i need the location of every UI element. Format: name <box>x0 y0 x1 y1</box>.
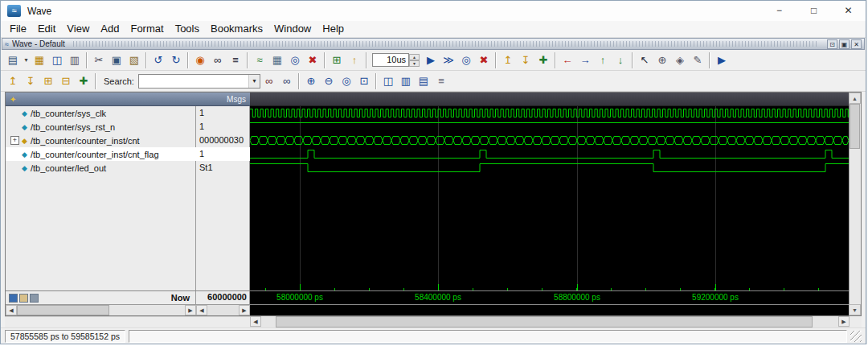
close-pane-icon[interactable]: ✕ <box>851 39 862 49</box>
show-drivers-button[interactable]: ≡ <box>227 51 244 69</box>
minimize-button[interactable]: − <box>762 1 796 21</box>
delete-wave-button[interactable]: ✖ <box>304 51 321 69</box>
zoom-out-button[interactable]: ⊖ <box>320 72 338 90</box>
menu-tools[interactable]: Tools <box>170 21 205 37</box>
scroll-right-icon[interactable]: ▶ <box>185 305 196 315</box>
add-wave-button[interactable]: ≈ <box>251 51 268 69</box>
signal-row[interactable]: ◆/tb_counter/sys_clk <box>6 106 196 120</box>
zoom-full-button[interactable]: ◎ <box>338 72 355 90</box>
find-button[interactable]: ∞ <box>209 51 227 69</box>
reload-button[interactable]: ◉ <box>191 51 209 69</box>
signal-row[interactable]: ◆/tb_counter/sys_rst_n <box>6 120 196 134</box>
zoom-range-button[interactable]: ⊡ <box>355 72 373 90</box>
menu-format[interactable]: Format <box>125 21 169 37</box>
vertical-scroll-thumb[interactable] <box>850 104 860 149</box>
wave-scroll-thumb[interactable] <box>276 316 813 327</box>
zoom-mode-button[interactable]: ⊕ <box>653 51 671 69</box>
scroll-right-icon[interactable]: ▶ <box>838 316 850 327</box>
run-all-button[interactable]: ◎ <box>457 51 475 69</box>
run-button[interactable]: ▶ <box>422 51 440 69</box>
menu-add[interactable]: Add <box>95 21 125 37</box>
expander-icon[interactable]: + <box>10 136 19 145</box>
maximize-pane-icon[interactable]: ▣ <box>839 39 850 49</box>
menu-help[interactable]: Help <box>317 21 350 37</box>
run-continue-button[interactable]: ≫ <box>440 51 457 69</box>
expand-tool-icon[interactable] <box>9 294 18 303</box>
next-edge-button[interactable]: → <box>576 51 594 69</box>
menu-window[interactable]: Window <box>268 21 317 37</box>
menu-view[interactable]: View <box>61 21 95 37</box>
close-button[interactable]: ✕ <box>831 1 866 21</box>
select-mode-button[interactable]: ↖ <box>636 51 653 69</box>
ungroup-button[interactable]: ⊟ <box>57 72 75 90</box>
expand-time-button[interactable]: ▶ <box>713 51 731 69</box>
scroll-left-icon[interactable]: ◀ <box>6 305 17 315</box>
lock-tool-icon[interactable] <box>30 294 39 303</box>
insert-group-button[interactable]: ⊞ <box>328 51 346 69</box>
menu-file[interactable]: File <box>4 21 32 37</box>
leaf-names-button[interactable]: ▤ <box>415 72 432 90</box>
add-cursor-button[interactable]: ✚ <box>534 51 552 69</box>
zoom-in-button[interactable]: ⊕ <box>302 72 320 90</box>
paste-button[interactable]: ▧ <box>125 51 143 69</box>
vertical-scroll-track[interactable] <box>849 149 861 304</box>
redo-button[interactable]: ↻ <box>167 51 185 69</box>
run-length-input[interactable]: 10us <box>372 53 409 67</box>
spin-down-icon[interactable]: ▾ <box>409 60 420 67</box>
next-transition-button[interactable]: ↧ <box>517 51 534 69</box>
menu-edit[interactable]: Edit <box>32 21 61 37</box>
scroll-down-icon[interactable]: ▼ <box>849 304 861 315</box>
new-divider-button[interactable]: ✚ <box>75 72 92 90</box>
waveform-canvas[interactable]: 58000000 ps58400000 ps58800000 ps5920000… <box>250 106 849 315</box>
grid-button[interactable]: ▦ <box>268 51 286 69</box>
edit-mode-button[interactable]: ✎ <box>689 51 706 69</box>
prev-rise-button[interactable]: ↑ <box>594 51 612 69</box>
insert-tool-icon[interactable] <box>19 294 28 303</box>
menu-bookmarks[interactable]: Bookmarks <box>205 21 268 37</box>
examine-button[interactable]: ◎ <box>286 51 304 69</box>
scroll-up-icon[interactable]: ▲ <box>849 93 861 104</box>
maximize-button[interactable]: □ <box>796 1 831 21</box>
snap-button[interactable]: ≡ <box>432 72 450 90</box>
names-scroll-track[interactable] <box>17 305 185 315</box>
names-scroll-thumb[interactable] <box>17 305 109 315</box>
save-button[interactable]: ◫ <box>48 51 66 69</box>
open-button[interactable]: ▦ <box>31 51 48 69</box>
pane-drag-handle[interactable] <box>73 41 817 47</box>
promote-button[interactable]: ↥ <box>4 72 22 90</box>
group-button[interactable]: ⊞ <box>39 72 57 90</box>
cut-button[interactable]: ✂ <box>90 51 108 69</box>
wave-horizontal-scrollbar[interactable]: ◀ ▶ <box>250 316 850 327</box>
new-button[interactable]: ▤ <box>4 51 22 69</box>
print-button[interactable]: ▥ <box>66 51 84 69</box>
dock-icon[interactable]: ⊡ <box>827 39 837 49</box>
prev-edge-button[interactable]: ← <box>559 51 576 69</box>
values-horizontal-scrollbar[interactable]: ◀ ▶ <box>196 304 250 315</box>
demote-button[interactable]: ↧ <box>22 72 39 90</box>
copy-button[interactable]: ▣ <box>108 51 125 69</box>
wave-scroll-track[interactable] <box>261 316 838 327</box>
cursor-toggle-button[interactable]: ◫ <box>379 72 397 90</box>
find-prev-button[interactable]: ∞ <box>278 72 296 90</box>
scroll-left-icon[interactable]: ◀ <box>196 305 207 315</box>
prev-transition-button[interactable]: ↥ <box>499 51 517 69</box>
names-horizontal-scrollbar[interactable]: ◀ ▶ <box>6 304 196 315</box>
resize-grip[interactable] <box>850 331 862 342</box>
break-button[interactable]: ✖ <box>475 51 493 69</box>
undo-button[interactable]: ↺ <box>149 51 167 69</box>
scroll-left-icon[interactable]: ◀ <box>250 316 261 327</box>
spin-up-icon[interactable]: ▴ <box>409 54 420 60</box>
restore-button[interactable]: ↑ <box>346 51 363 69</box>
search-dropdown-icon[interactable]: ▾ <box>248 75 260 88</box>
signal-row[interactable]: ◆/tb_counter/counter_inst/cnt_flag <box>6 147 196 161</box>
vertical-scrollbar[interactable]: ▲ ▼ <box>849 93 861 315</box>
find-next-button[interactable]: ∞ <box>260 72 278 90</box>
new-dropdown[interactable]: ▾ <box>22 51 31 69</box>
pan-mode-button[interactable]: ◈ <box>671 51 689 69</box>
scroll-right-icon[interactable]: ▶ <box>239 305 250 315</box>
signal-row[interactable]: +◆/tb_counter/counter_inst/cnt <box>6 134 196 147</box>
search-input[interactable] <box>139 76 248 86</box>
grid-config-button[interactable]: ▥ <box>397 72 415 90</box>
next-fall-button[interactable]: ↓ <box>612 51 629 69</box>
signal-row[interactable]: ◆/tb_counter/led_out <box>6 161 196 175</box>
